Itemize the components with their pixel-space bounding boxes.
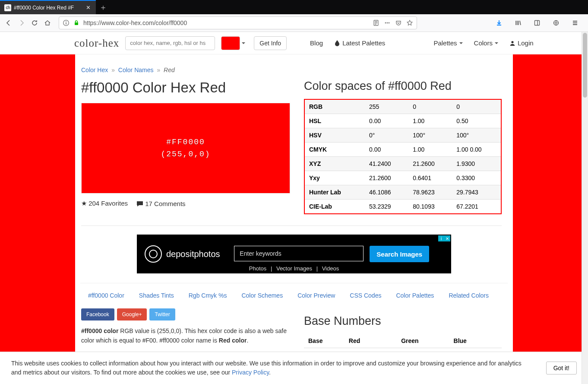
- ad-close-icon[interactable]: ✕: [444, 235, 450, 241]
- nav-blog[interactable]: Blog: [310, 39, 323, 47]
- site-info-icon[interactable]: [63, 19, 70, 26]
- ad-link-vector[interactable]: Vector Images: [276, 265, 312, 272]
- bn-header-blue: Blue: [449, 334, 502, 348]
- new-tab-button[interactable]: ＋: [96, 0, 110, 14]
- color-picker-swatch[interactable]: [221, 36, 240, 50]
- cs-label: HSV: [304, 128, 365, 143]
- section-tab[interactable]: #ff0000 Color: [88, 292, 124, 299]
- favorites-count[interactable]: ★ 204 Favorites: [81, 200, 128, 207]
- section-tab[interactable]: Color Palettes: [396, 292, 434, 299]
- reload-icon: [31, 19, 38, 26]
- cs-value: 21.2600: [365, 171, 408, 185]
- ad-link-videos[interactable]: Videos: [322, 265, 339, 272]
- cs-value: 80.1093: [408, 200, 452, 214]
- globe-icon: [553, 19, 560, 26]
- reload-button[interactable]: [28, 17, 41, 29]
- vertical-scrollbar[interactable]: [582, 32, 588, 384]
- depositphotos-logo-icon: [145, 245, 162, 263]
- cookie-accept-button[interactable]: Got it!: [546, 362, 577, 374]
- breadcrumb: Color Hex » Color Names » Red: [80, 54, 508, 73]
- section-tab[interactable]: Color Preview: [297, 292, 335, 299]
- nav-latest-palettes[interactable]: Latest Palettes: [334, 39, 385, 47]
- browser-tab[interactable]: ch #ff0000 Color Hex Red #F ✕: [0, 0, 96, 14]
- section-tab[interactable]: Related Colors: [449, 292, 489, 299]
- color-spaces-table: RGB25500HSL0.001.000.50HSV0°100°100°CMYK…: [304, 99, 502, 214]
- tab-close-icon[interactable]: ✕: [85, 4, 92, 11]
- table-row: HSL0.001.000.50: [304, 114, 501, 128]
- tab-favicon: ch: [4, 4, 11, 11]
- ad-info-icon[interactable]: i: [438, 235, 444, 241]
- extension-button[interactable]: [550, 17, 562, 29]
- tab-title: #ff0000 Color Hex Red #F: [14, 5, 83, 11]
- cs-value: 1.00 0.00: [452, 143, 501, 157]
- cs-value: 67.2201: [452, 200, 501, 214]
- reader-view-icon[interactable]: [373, 19, 379, 26]
- breadcrumb-root[interactable]: Color Hex: [81, 67, 108, 73]
- site-logo[interactable]: color-hex: [74, 37, 119, 49]
- ad-banner[interactable]: i ✕ depositphotos Search Images Photos |…: [137, 235, 451, 273]
- bookmark-star-icon[interactable]: [406, 19, 413, 26]
- arrow-left-icon: [5, 19, 12, 26]
- scrollbar-thumb[interactable]: [583, 33, 587, 98]
- nav-colors[interactable]: Colors: [474, 39, 498, 47]
- cs-label: RGB: [304, 99, 365, 114]
- share-twitter[interactable]: Twitter: [149, 308, 175, 321]
- ad-search-input[interactable]: [234, 246, 364, 261]
- home-icon: [44, 19, 51, 26]
- color-description-1: #ff0000 color RGB value is (255,0,0). Th…: [81, 327, 291, 345]
- cs-value: 0.00: [365, 114, 408, 128]
- ad-links: Photos | Vector Images | Videos: [137, 265, 451, 272]
- color-preview-box: #FF0000 (255,0,0): [81, 103, 290, 194]
- library-button[interactable]: [512, 17, 524, 29]
- pocket-icon[interactable]: [395, 19, 402, 26]
- section-tab[interactable]: CSS Codes: [350, 292, 381, 299]
- ad-link-photos[interactable]: Photos: [249, 265, 266, 272]
- svg-point-7: [389, 22, 390, 24]
- nav-forward-button: [16, 17, 28, 29]
- home-button[interactable]: [41, 17, 54, 29]
- table-row: RGB25500: [304, 99, 501, 114]
- nav-palettes[interactable]: Palettes: [433, 39, 462, 47]
- library-icon: [515, 19, 522, 26]
- privacy-policy-link[interactable]: Privacy Policy: [232, 369, 269, 376]
- cs-value: 41.2400: [365, 157, 408, 171]
- color-search-input[interactable]: [125, 36, 215, 50]
- app-menu-button[interactable]: [569, 17, 581, 29]
- url-bar[interactable]: https://www.color-hex.com/color/ff0000: [59, 16, 417, 29]
- svg-rect-3: [75, 22, 78, 25]
- breadcrumb-current: Red: [164, 67, 175, 73]
- sidebar-icon: [534, 19, 541, 26]
- bn-header-base: Base: [304, 334, 345, 348]
- nav-back-button[interactable]: [3, 17, 15, 29]
- table-row: Yxy21.26000.64010.3300: [304, 171, 501, 185]
- section-tab[interactable]: Shades Tints: [139, 292, 174, 299]
- nav-login[interactable]: Login: [509, 39, 534, 47]
- breadcrumb-mid[interactable]: Color Names: [118, 67, 154, 73]
- table-row: CIE-Lab53.232980.109367.2201: [304, 200, 501, 214]
- ad-search-button[interactable]: Search Images: [370, 246, 429, 262]
- page-actions-icon[interactable]: [384, 19, 391, 26]
- section-tab[interactable]: Rgb Cmyk %s: [189, 292, 227, 299]
- cs-value: 21.2600: [408, 157, 452, 171]
- comments-count[interactable]: 17 Comments: [136, 200, 186, 207]
- cs-value: 0.00: [365, 143, 408, 157]
- cs-label: CMYK: [304, 143, 365, 157]
- page-title: #ff0000 Color Hex Red: [81, 79, 291, 96]
- cs-value: 255: [365, 99, 408, 114]
- sidebar-button[interactable]: [531, 17, 543, 29]
- comment-icon: [136, 201, 143, 207]
- divider: [81, 225, 502, 226]
- cs-value: 1.00: [408, 114, 452, 128]
- cs-value: 100°: [408, 128, 452, 143]
- downloads-button[interactable]: [493, 17, 505, 29]
- share-googleplus[interactable]: Google+: [117, 308, 147, 321]
- section-tab[interactable]: Color Schemes: [241, 292, 283, 299]
- cs-label: Yxy: [304, 171, 365, 185]
- get-info-button[interactable]: Get Info: [254, 36, 287, 50]
- download-icon: [496, 19, 503, 26]
- table-row: XYZ41.240021.26001.9300: [304, 157, 501, 171]
- droplet-icon: [334, 40, 340, 47]
- share-facebook[interactable]: Facebook: [81, 308, 114, 321]
- ad-brand: depositphotos: [166, 249, 220, 259]
- cs-value: 0: [408, 99, 452, 114]
